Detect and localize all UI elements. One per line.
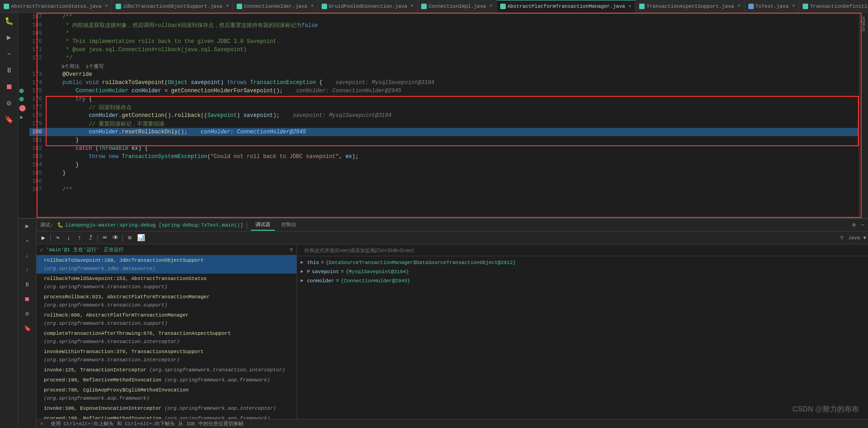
code-line-168: 168 * 内部就是获取连接对象，然后调用rollback回滚到保存点，然后重置… xyxy=(29,21,862,29)
tab-connectionholder[interactable]: ConnectionHolder.java × xyxy=(233,0,318,13)
run-icon[interactable]: ▶ xyxy=(3,31,16,44)
sub-btn-1[interactable]: ▶ xyxy=(38,233,48,243)
breakpoint-gutter[interactable]: ➤ xyxy=(18,13,29,218)
code-line-179: 179 // 重置回滚标记，不需要回滚 xyxy=(29,120,862,128)
stack-item-1[interactable]: rollbackToHeldSavepoint:153, AbstractTra… xyxy=(37,274,296,292)
debug-filter-icon[interactable]: ▽ xyxy=(840,234,843,241)
stack-location-10: (org.springframework.aop.framework) xyxy=(164,416,270,419)
breakpoint-marker[interactable] xyxy=(19,105,26,111)
stack-item-8[interactable]: proceed:780, CglibAopProxy$CglibMethodIn… xyxy=(37,385,296,403)
stack-item-5[interactable]: invokeWithinTransaction:379, Transaction… xyxy=(37,347,296,365)
tab-close-icon[interactable]: × xyxy=(311,4,314,9)
hint-bar: × 使用 Ctrl+Alt+↑向上帧头 和 Ctrl+Alt+↓向下帧头 从 I… xyxy=(37,419,868,428)
stop-icon[interactable]: ⏹ xyxy=(3,80,16,93)
sub-btn-run-to-cursor[interactable]: ⤴ xyxy=(85,233,95,243)
debug-tab-debugger[interactable]: 调试器 xyxy=(251,219,275,231)
stack-item-7[interactable]: proceed:199, ReflectiveMethodInvocation … xyxy=(37,375,296,385)
tab-close-icon[interactable]: × xyxy=(226,4,229,9)
debug-toolbar: 调试: 🐛 lianpengju-master:spring-debug [sp… xyxy=(37,219,868,232)
code-line-172: 172 */ xyxy=(29,54,862,62)
sub-btn-evaluate[interactable]: ⌨ xyxy=(100,233,110,243)
stack-item-6[interactable]: invoke:125, TransactionInterceptor (org.… xyxy=(37,365,296,375)
debug-settings2-icon[interactable]: ⚙ xyxy=(21,308,34,319)
sub-sep-1 xyxy=(50,234,51,242)
tab-abstractplatformtransactionmanager[interactable]: AbstractPlatformTransactionManager.java … xyxy=(497,0,635,13)
debug-step-out-icon[interactable]: ↑ xyxy=(21,264,34,275)
filter-icon[interactable]: ▽ xyxy=(290,247,293,253)
code-line-186: 186 xyxy=(29,177,862,185)
gradle-label[interactable]: Gradle xyxy=(861,15,867,33)
pause-icon[interactable]: ⏸ xyxy=(3,64,16,77)
debug-step-in-icon[interactable]: ↓ xyxy=(21,250,34,261)
tab-connectionimpl[interactable]: ConnectionImpl.java × xyxy=(418,0,496,13)
sub-btn-step-out[interactable]: ↑ xyxy=(74,233,85,243)
stack-item-10[interactable]: proceed:199, ReflectiveMethodInvocation … xyxy=(37,413,296,419)
var-name-0: this xyxy=(307,259,319,267)
stack-item-0[interactable]: rollbackToSavepoint:180, JdbcTransaction… xyxy=(37,255,296,274)
debug-pause-icon[interactable]: ⏸ xyxy=(21,279,34,290)
debug-bookmark-icon[interactable]: 🔖 xyxy=(21,323,34,334)
stack-item-4[interactable]: completeTransactionAfterThrowing:676, Tr… xyxy=(37,328,296,347)
debug-run-config: 🐛 xyxy=(57,222,64,228)
tab-close-icon[interactable]: × xyxy=(490,4,492,9)
code-line-173: 173 @Override xyxy=(29,70,862,79)
debug-icon[interactable]: 🐛 xyxy=(3,15,16,27)
tab-close-icon[interactable]: × xyxy=(411,4,413,9)
stack-location-4: (org.springframework.transaction.interce… xyxy=(44,339,180,344)
var-name-2: conHolder xyxy=(307,277,334,285)
tab-transactionaspectsupport[interactable]: TransactionAspectSupport.java × xyxy=(635,0,744,13)
sub-btn-threads[interactable]: ≡ xyxy=(125,233,135,243)
stack-item-2[interactable]: processRollback:923, AbstractPlatformTra… xyxy=(37,292,296,310)
debug-step-over-icon[interactable]: ↷ xyxy=(21,235,34,246)
tab-txtest[interactable]: TxTest.java × xyxy=(745,0,799,13)
stack-item-9[interactable]: invoke:100, ExposeInvocationInterceptor … xyxy=(37,403,296,413)
code-line-187: 187 /** xyxy=(29,185,862,194)
sub-btn-watches[interactable]: 👁 xyxy=(111,233,121,243)
code-line-180: 180 conHolder.resetRollbackOnly(); conHo… xyxy=(29,128,862,136)
var-item-savepoint[interactable]: ▶ P savepoint = {MysqlSavepoint@3194} xyxy=(297,267,868,276)
tab-close-icon[interactable]: × xyxy=(629,4,631,9)
hint-close-icon[interactable]: × xyxy=(40,421,43,427)
var-val-2: {ConnectionHolder@2945} xyxy=(341,277,410,285)
sub-btn-memory[interactable]: 📊 xyxy=(136,233,146,243)
var-item-this[interactable]: ▶ this = {DataSourceTransactionManager$D… xyxy=(297,258,868,267)
stack-location-9: (org.springframework.aop.interceptor) xyxy=(164,406,276,411)
stack-method-4: completeTransactionAfterThrowing:676, Tr… xyxy=(44,331,231,336)
debug-settings-icon[interactable]: ⚙ xyxy=(852,222,856,228)
code-line-184: 184 } xyxy=(29,161,862,169)
code-line-171: 171 * @see java.sql.Connection#rollback(… xyxy=(29,46,862,54)
sub-btn-step-over[interactable]: ↷ xyxy=(53,233,63,243)
expr-input[interactable] xyxy=(301,244,864,256)
tab-abstracttransactionstatus[interactable]: AbstractTransactionStatus.java × xyxy=(0,0,112,13)
debug-run-icon[interactable]: ▶ xyxy=(21,221,34,232)
var-val-0: {DataSourceTransactionManager$DataSource… xyxy=(326,259,516,267)
debug-close-icon[interactable]: — xyxy=(861,222,864,228)
stack-item-3[interactable]: rollback:896, AbstractPlatformTransactio… xyxy=(37,310,296,328)
stack-status-bar: ✓ 'main'@1 主在'运行' 正在运行 ▽ xyxy=(37,244,296,255)
vars-list: ▶ this = {DataSourceTransactionManager$D… xyxy=(297,256,868,419)
debug-lang-selector[interactable]: Java ▼ xyxy=(848,235,866,241)
sub-btn-step-in[interactable]: ↓ xyxy=(64,233,74,243)
tab-transactiondefinition[interactable]: TransactionDefinitio... × xyxy=(799,0,868,13)
tab-close-icon[interactable]: × xyxy=(738,4,741,9)
running-status: 正在运行 xyxy=(104,246,124,253)
debug-stop-icon[interactable]: ⏹ xyxy=(21,294,34,305)
debug-panel: ▶ ↷ ↓ ↑ ⏸ ⏹ ⚙ 🔖 调试: 🐛 lianpengju-master:… xyxy=(18,218,868,428)
debug-config-label[interactable]: lianpengju-master:spring-debug [spring-d… xyxy=(65,222,243,228)
stack-location-8: (org.springframework.aop.framework) xyxy=(44,396,149,401)
debug-left-strip: ▶ ↷ ↓ ↑ ⏸ ⏹ ⚙ 🔖 xyxy=(18,219,37,428)
tab-close-icon[interactable]: × xyxy=(792,4,795,9)
debug-tab-console[interactable]: 控制台 xyxy=(277,219,301,231)
step-over-icon[interactable]: ↷ xyxy=(3,48,16,60)
tab-close-icon[interactable]: × xyxy=(105,4,108,9)
var-arrow-1: ▶ xyxy=(301,268,305,276)
settings-icon[interactable]: ⚙ xyxy=(3,97,16,110)
code-editor[interactable]: 167 /** 168 * 内部就是获取连接对象，然后调用rollback回滚到… xyxy=(29,13,862,218)
tab-druidpooledconnection[interactable]: DruidPooledConnection.java × xyxy=(318,0,418,13)
code-line-175: 175 ConnectionHolder conHolder = getConn… xyxy=(29,87,862,95)
var-item-conholder[interactable]: ▶ conHolder = {ConnectionHolder@2945} xyxy=(297,276,868,285)
code-line-170: 170 * This implementation rolls back to … xyxy=(29,37,862,46)
bookmarks-icon[interactable]: 🔖 xyxy=(3,113,16,126)
var-val-1: {MysqlSavepoint@3194} xyxy=(346,268,409,276)
tab-jdbctransactionobjectsupport[interactable]: JdbcTransactionObjectSupport.java × xyxy=(112,0,233,13)
